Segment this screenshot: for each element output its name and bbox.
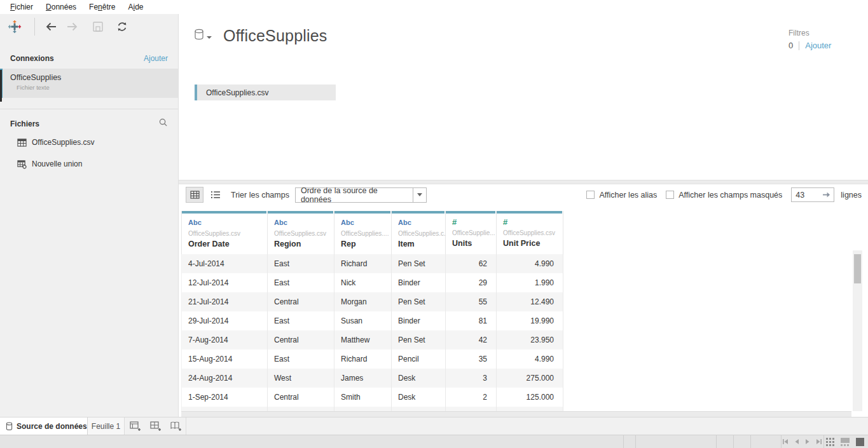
row-count-input[interactable]: 43 [791,187,834,202]
show-aliases-label[interactable]: Afficher les alias [599,191,657,200]
dropdown-arrow-button[interactable] [413,188,426,202]
cell[interactable]: Nick [334,273,392,292]
column-header-item[interactable]: AbcOfficeSupplies.c...Item [392,211,446,254]
show-tabs-icon[interactable] [826,438,834,446]
sort-order-dropdown[interactable]: Ordre de la source de données [295,187,427,203]
cell[interactable]: 23.950 [497,330,563,350]
cell[interactable]: 55 [446,292,497,311]
connection-item-officesupplies[interactable]: OfficeSupplies Fichier texte [0,69,178,98]
column-header-units[interactable]: #OfficeSupplie...Units [446,211,497,254]
grid-view-button[interactable] [186,187,203,203]
table-chip-officesupplies-csv[interactable]: OfficeSupplies.csv [195,85,336,100]
cell[interactable]: 81 [446,311,497,330]
new-worksheet-button[interactable] [125,417,145,435]
show-aliases-checkbox[interactable] [586,191,595,199]
cell[interactable]: Desk [392,369,446,388]
menu-item-donnees[interactable]: Données [39,0,83,14]
add-connection-link[interactable]: Ajouter [144,54,168,63]
cell[interactable]: 42 [446,330,497,350]
cell[interactable]: 1.990 [497,273,563,292]
database-icon[interactable] [194,29,204,43]
cell[interactable]: 7-Aug-2014 [182,330,268,350]
cell[interactable]: Pen Set [392,330,446,350]
previous-sheet-icon[interactable] [794,438,799,445]
cell[interactable]: West [268,369,334,388]
filmstrip-view-icon[interactable] [840,438,850,446]
cell[interactable]: Binder [392,273,446,292]
cell[interactable]: 12-Jul-2014 [182,273,268,292]
cell[interactable]: 4-Jul-2014 [182,254,268,273]
cell[interactable]: 15-Aug-2014 [182,350,268,369]
cell[interactable]: 125.000 [497,388,563,407]
cell[interactable]: East [268,273,334,292]
cell[interactable]: Central [268,330,334,350]
cell[interactable]: Morgan [334,292,392,311]
statusbar-separator [635,435,636,448]
cell[interactable]: 19.990 [497,311,563,330]
presentation-view-icon[interactable] [856,438,864,446]
column-header-unit-price[interactable]: #OfficeSupplies.csvUnit Price [497,211,563,254]
add-filter-link[interactable]: Ajouter [805,41,831,50]
cell[interactable]: James [334,369,392,388]
column-header-rep[interactable]: AbcOfficeSupplies....Rep [334,211,392,254]
cell[interactable]: 4.990 [497,350,563,369]
tableau-logo-icon[interactable] [6,18,23,35]
redo-forward-icon[interactable] [64,18,81,35]
menu-item-fenetre[interactable]: Fenêtre [83,0,121,14]
apply-rows-arrow-icon[interactable] [822,189,830,201]
cell[interactable]: Binder [392,311,446,330]
cell[interactable]: East [268,311,334,330]
cell[interactable]: 24-Aug-2014 [182,369,268,388]
cell[interactable]: 1-Sep-2014 [182,388,268,407]
column-header-order-date[interactable]: AbcOfficeSupplies.csvOrder Date [182,211,268,254]
save-icon[interactable] [90,18,106,35]
chevron-down-icon[interactable] [207,36,212,39]
cell[interactable]: 12.490 [497,292,563,311]
menu-item-fichier[interactable]: Fichier [5,0,39,14]
cell[interactable]: 29-Jul-2014 [182,311,268,330]
cell[interactable]: Central [268,388,334,407]
refresh-icon[interactable] [114,18,130,35]
cell[interactable]: Richard [334,254,392,273]
cell[interactable]: Susan [334,311,392,330]
column-header-region[interactable]: AbcOfficeSupplies.csvRegion [268,211,334,254]
cell[interactable]: Richard [334,350,392,369]
cell[interactable]: Matthew [334,330,392,350]
cell[interactable]: Desk [392,388,446,407]
cell[interactable]: 275.000 [497,369,563,388]
cell[interactable]: 2 [446,388,497,407]
cell[interactable]: Central [268,292,334,311]
cell[interactable]: 62 [446,254,497,273]
undo-back-icon[interactable] [43,18,59,35]
cell[interactable]: Pencil [392,350,446,369]
cell[interactable]: Pen Set [392,292,446,311]
search-icon[interactable] [158,118,168,130]
cell[interactable]: 4.990 [497,254,563,273]
new-dashboard-button[interactable] [145,417,165,435]
new-story-button[interactable] [165,417,186,435]
vertical-scrollbar[interactable] [853,250,862,411]
canvas-grid-divider[interactable] [179,180,868,184]
cell[interactable]: 3 [446,369,497,388]
cell[interactable]: East [268,350,334,369]
file-item-officesupplies-csv[interactable]: OfficeSupplies.csv [0,133,178,151]
cell[interactable]: 29 [446,273,497,292]
cell[interactable]: 21-Jul-2014 [182,292,268,311]
tab-feuille-1[interactable]: Feuille 1 [88,417,125,435]
cell[interactable]: Pen Set [392,254,446,273]
show-hidden-fields-checkbox[interactable] [666,191,674,199]
next-sheet-icon[interactable] [805,438,810,445]
metadata-view-button[interactable] [207,187,224,203]
cell[interactable]: 35 [446,350,497,369]
new-union-item[interactable]: Nouvelle union [0,155,178,173]
menu-item-aide[interactable]: Aide [121,0,149,14]
first-sheet-icon[interactable] [782,438,789,445]
cell[interactable]: East [268,254,334,273]
show-hidden-fields-label[interactable]: Afficher les champs masqués [679,191,782,200]
horizontal-scrollbar[interactable] [181,411,851,417]
vertical-scrollbar-thumb[interactable] [854,254,861,283]
cell[interactable]: Smith [334,388,392,407]
datasource-title[interactable]: OfficeSupplies [223,27,327,45]
tab-datasource[interactable]: Source de données [0,417,88,435]
last-sheet-icon[interactable] [816,438,822,445]
